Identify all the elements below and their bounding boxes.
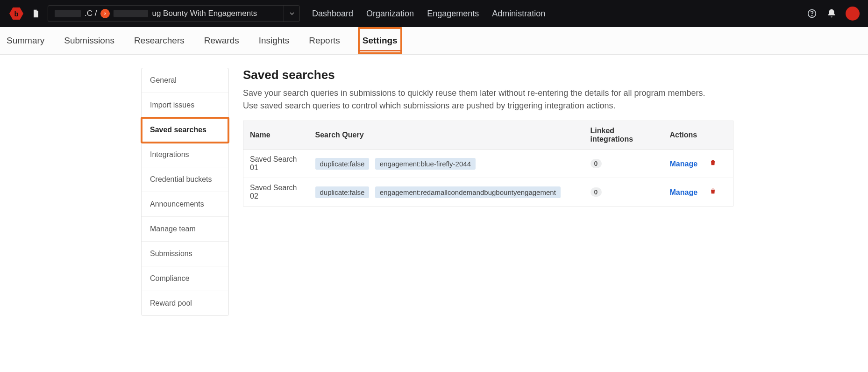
tabs: Summary Submissions Researchers Rewards … — [0, 27, 868, 55]
sidebar-item-credential-buckets[interactable]: Credential buckets — [142, 167, 228, 192]
col-actions: Actions — [663, 121, 733, 150]
tab-submissions[interactable]: Submissions — [62, 27, 116, 54]
sidebar-item-integrations[interactable]: Integrations — [142, 143, 228, 167]
tab-insights[interactable]: Insights — [257, 27, 291, 54]
trash-icon[interactable] — [709, 187, 717, 195]
document-icon[interactable] — [31, 8, 41, 19]
trash-icon[interactable] — [709, 159, 717, 166]
avatar[interactable] — [846, 7, 860, 21]
settings-sidebar: General Import issues Saved searches Int… — [141, 68, 229, 316]
query-chip[interactable]: duplicate:false — [315, 158, 370, 170]
content: Saved searches Save your search queries … — [243, 68, 733, 316]
svg-text:b: b — [14, 10, 18, 18]
sidebar-item-import-issues[interactable]: Import issues — [142, 93, 228, 118]
sidebar-item-manage-team[interactable]: Manage team — [142, 217, 228, 242]
tab-reports[interactable]: Reports — [307, 27, 342, 54]
topbar-actions — [806, 7, 860, 21]
linked-count: 0 — [591, 159, 602, 168]
query-chip[interactable]: duplicate:false — [315, 186, 370, 198]
sidebar-item-reward-pool[interactable]: Reward pool — [142, 291, 228, 315]
svg-point-3 — [811, 15, 812, 16]
manage-button[interactable]: Manage — [670, 188, 698, 196]
breadcrumb-label: .C / ug Bounty With Engagements — [48, 9, 284, 18]
main: General Import issues Saved searches Int… — [0, 55, 868, 335]
topbar: b .C / ug Bounty With Engagements Dashbo… — [0, 0, 868, 27]
linked-count: 0 — [591, 187, 602, 197]
saved-searches-table: Name Search Query Linked integrations Ac… — [243, 121, 733, 207]
page-title: Saved searches — [243, 68, 733, 82]
col-name: Name — [243, 121, 309, 150]
bell-icon[interactable] — [826, 8, 837, 19]
nav-administration[interactable]: Administration — [492, 9, 545, 19]
sidebar-item-compliance[interactable]: Compliance — [142, 266, 228, 291]
row-actions: Manage — [663, 178, 733, 207]
breadcrumb[interactable]: .C / ug Bounty With Engagements — [48, 5, 300, 22]
manage-button[interactable]: Manage — [670, 160, 698, 168]
row-linked: 0 — [584, 178, 663, 207]
help-icon[interactable] — [806, 8, 818, 19]
tab-settings[interactable]: Settings — [358, 27, 402, 54]
tab-rewards[interactable]: Rewards — [202, 27, 241, 54]
col-linked: Linked integrations — [584, 121, 663, 150]
sidebar-item-saved-searches[interactable]: Saved searches — [142, 118, 228, 143]
nav-organization[interactable]: Organization — [366, 9, 414, 19]
redacted-program — [114, 10, 148, 17]
row-name: Saved Search 02 — [243, 178, 309, 207]
sidebar-item-announcements[interactable]: Announcements — [142, 192, 228, 217]
breadcrumb-prefix: .C / — [85, 9, 97, 18]
breadcrumb-dropdown[interactable] — [284, 6, 299, 21]
page-description: Save your search queries in submissions … — [243, 87, 710, 112]
nav-engagements[interactable]: Engagements — [427, 9, 479, 19]
query-chip[interactable]: engagement:redamallcondemandbugbountyeng… — [375, 186, 561, 198]
logo-icon[interactable]: b — [8, 6, 24, 21]
row-linked: 0 — [584, 150, 663, 178]
row-actions: Manage — [663, 150, 733, 178]
sidebar-item-submissions[interactable]: Submissions — [142, 242, 228, 266]
primary-nav: Dashboard Organization Engagements Admin… — [312, 9, 545, 19]
redacted-org — [55, 10, 81, 17]
row-query: duplicate:false engagement:blue-firefly-… — [309, 150, 584, 178]
col-query: Search Query — [309, 121, 584, 150]
tab-summary[interactable]: Summary — [5, 27, 46, 54]
program-icon — [100, 9, 110, 18]
table-row: Saved Search 01 duplicate:false engageme… — [243, 150, 733, 178]
row-query: duplicate:false engagement:redamallconde… — [309, 178, 584, 207]
nav-dashboard[interactable]: Dashboard — [312, 9, 353, 19]
row-name: Saved Search 01 — [243, 150, 309, 178]
sidebar-item-general[interactable]: General — [142, 68, 228, 93]
query-chip[interactable]: engagement:blue-firefly-2044 — [375, 158, 476, 170]
tab-researchers[interactable]: Researchers — [132, 27, 186, 54]
table-row: Saved Search 02 duplicate:false engageme… — [243, 178, 733, 207]
breadcrumb-rest: ug Bounty With Engagements — [152, 9, 257, 18]
